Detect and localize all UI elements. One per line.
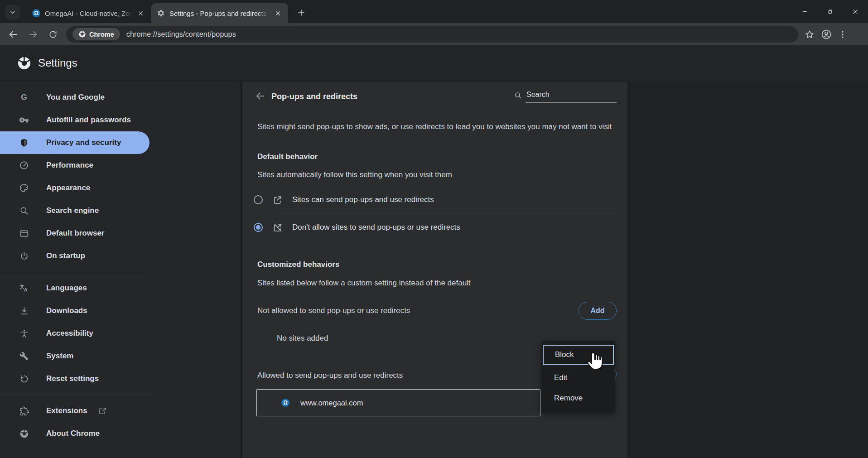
sidebar-item-appearance[interactable]: Appearance [0,177,149,199]
close-window-button[interactable] [843,0,868,23]
sidebar-item-extensions[interactable]: Extensions [0,400,149,422]
sidebar-item-label: On startup [46,251,85,260]
restore-button[interactable] [817,0,843,23]
radio-option-block[interactable]: Don't allow sites to send pop-ups or use… [254,218,616,236]
popup-blocked-icon [273,223,282,232]
back-arrow-icon [8,29,18,39]
sidebar-item-label: Languages [46,284,87,293]
page-back-button[interactable] [255,91,265,103]
chrome-logo-icon [19,429,29,439]
site-chip-label: Chrome [89,31,114,38]
default-behavior-description: Sites automatically follow this setting … [257,170,452,179]
address-bar[interactable]: Chrome chrome://settings/content/popups [66,26,798,43]
radio-label: Don't allow sites to send pop-ups or use… [292,223,460,232]
sidebar-item-label: Autofill and passwords [46,116,131,125]
speedometer-icon [19,160,29,170]
back-button[interactable] [5,27,21,42]
tab-search-button[interactable] [5,5,20,19]
sidebar-item-reset-settings[interactable]: Reset settings [0,367,149,390]
download-icon [19,306,29,316]
allowed-list-label: Allowed to send pop-ups and use redirect… [257,371,403,380]
sidebar-item-downloads[interactable]: Downloads [0,299,149,322]
palette-icon [19,183,29,193]
sidebar-item-languages[interactable]: A Languages [0,277,149,299]
forward-arrow-icon [28,29,38,39]
customized-behaviors-heading: Customized behaviors [257,260,339,269]
radio-selected[interactable] [254,223,263,232]
tab-omegaai[interactable]: Ω OmegaAI - Cloud-native, Zero-F [27,3,151,23]
site-url: www.omegaai.com [300,399,363,407]
default-behavior-heading: Default behavior [257,152,318,161]
restore-icon [827,9,833,15]
accessibility-person-icon [19,329,29,338]
chrome-site-chip[interactable]: Chrome [72,28,120,40]
popup-open-icon [273,195,282,205]
key-icon [19,115,29,125]
sidebar-item-on-startup[interactable]: On startup [0,245,149,267]
add-button-label: Add [590,307,604,315]
sidebar-item-accessibility[interactable]: Accessibility [0,322,149,345]
wrench-icon [19,352,29,361]
new-tab-button[interactable] [294,6,308,19]
svg-text:G: G [21,92,27,101]
plus-icon [297,9,305,17]
settings-header: Settings Search settings [0,45,868,82]
power-icon [19,251,29,261]
sidebar-item-performance[interactable]: Performance [0,154,149,177]
sidebar-item-about-chrome[interactable]: About Chrome [0,422,149,445]
context-menu-item-remove[interactable]: Remove [542,388,615,408]
back-arrow-icon [255,91,265,101]
sidebar-item-label: Search engine [46,206,99,215]
forward-button[interactable] [25,27,41,42]
sidebar-item-label: You and Google [46,93,105,102]
sidebar-item-label: System [46,352,73,361]
svg-text:A: A [24,287,28,292]
sidebar-item-search-engine[interactable]: Search engine [0,199,149,222]
profile-icon[interactable] [821,29,832,40]
browser-toolbar: Chrome chrome://settings/content/popups [0,23,868,45]
translate-icon: A [19,283,29,293]
settings-sidebar: G You and Google Autofill and passwords … [0,82,241,458]
page-search-field[interactable]: Search [514,90,617,105]
search-icon [19,206,29,216]
menu-kebab-icon[interactable] [838,30,847,39]
tab-close-button[interactable] [273,8,283,18]
tab-settings[interactable]: Settings - Pop-ups and redirects [151,3,288,23]
minimize-button[interactable] [792,0,817,23]
blocked-list-label: Not allowed to send pop-ups or use redir… [257,306,410,315]
page-search-label: Search [526,90,617,103]
chrome-logo-icon [17,56,31,70]
menu-item-label: Remove [554,394,583,403]
sidebar-item-default-browser[interactable]: Default browser [0,222,149,245]
reset-arrow-icon [19,374,29,384]
omegaai-favicon: Ω [32,9,40,17]
hand-cursor [586,352,605,372]
add-blocked-site-button[interactable]: Add [579,302,617,320]
browser-window-icon [19,229,29,238]
bookmark-star-icon[interactable] [805,29,815,39]
window-controls [792,0,868,23]
sidebar-item-system[interactable]: System [0,345,149,367]
radio-unselected[interactable] [254,195,263,204]
row-divider [275,213,616,213]
intro-text: Sites might send pop-ups to show ads, or… [257,122,615,131]
sidebar-item-you-and-google[interactable]: G You and Google [0,86,149,109]
url-text: chrome://settings/content/popups [126,30,236,39]
external-link-icon [98,407,106,415]
blocked-empty-text: No sites added [277,334,328,343]
sidebar-item-label: Appearance [46,183,90,193]
puzzle-icon [19,406,29,416]
menu-item-label: Block [555,350,574,359]
allowed-site-row[interactable]: Ω www.omegaai.com [256,389,540,416]
settings-title: Settings [38,57,77,69]
radio-option-allow[interactable]: Sites can send pop-ups and use redirects [254,191,616,209]
sidebar-item-autofill[interactable]: Autofill and passwords [0,109,149,131]
sidebar-item-privacy-security[interactable]: Privacy and security [0,131,149,154]
reload-button[interactable] [45,27,61,42]
close-icon [275,10,281,16]
sidebar-item-label: About Chrome [46,429,100,438]
tab-close-button[interactable] [135,8,145,18]
sidebar-item-label: Performance [46,161,93,170]
reload-icon [48,30,58,39]
chrome-logo-icon [78,30,86,38]
